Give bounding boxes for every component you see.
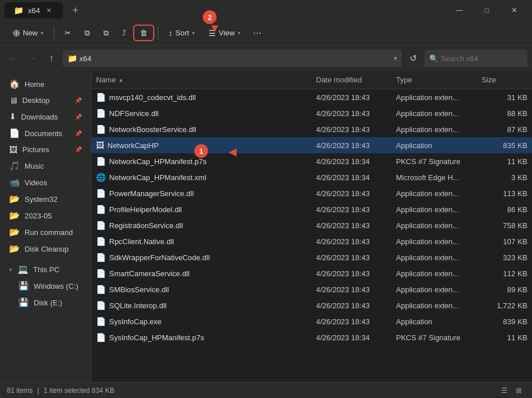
- sort-button[interactable]: ↕ Sort ▾: [163, 26, 201, 41]
- sidebar-item-videos[interactable]: 📹 Videos: [2, 174, 89, 190]
- new-icon: ⊕: [13, 27, 20, 38]
- file-name-cell: 📄 SmartCameraService.dll: [96, 269, 316, 278]
- share-button[interactable]: ⤴: [117, 26, 132, 40]
- table-row[interactable]: 📄 SysInfoCap_HPManifest.p7s 4/26/2023 18…: [91, 329, 532, 345]
- table-row[interactable]: 📄 SQLite.Interop.dll 4/26/2023 18:43 App…: [91, 297, 532, 313]
- file-name-text: SysInfoCap_HPManifest.p7s: [109, 333, 204, 342]
- pin-icon-documents: 📌: [75, 130, 82, 137]
- address-input[interactable]: 📁 x64 ▾: [63, 50, 402, 67]
- statusbar-separator: |: [37, 387, 39, 395]
- maximize-button[interactable]: □: [474, 1, 500, 19]
- col-type-label: Type: [396, 75, 412, 84]
- table-row[interactable]: 📄 RegistrationService.dll 4/26/2023 18:4…: [91, 217, 532, 233]
- file-date-cell: 4/26/2023 18:43: [316, 125, 396, 134]
- sidebar-item-system32-label: System32: [25, 195, 58, 204]
- sidebar-item-desktop[interactable]: 🖥 Desktop 📌: [2, 93, 89, 108]
- sidebar-item-run-command[interactable]: 📂 Run command: [2, 224, 89, 240]
- sidebar-item-2023-05[interactable]: 📂 2023-05: [2, 208, 89, 224]
- sidebar-item-documents-label: Documents: [25, 129, 62, 138]
- table-row[interactable]: 📄 SMBiosService.dll 4/26/2023 18:43 Appl…: [91, 281, 532, 297]
- sidebar-item-downloads[interactable]: ⬇ Downloads 📌: [2, 109, 89, 125]
- close-button[interactable]: ✕: [501, 1, 527, 19]
- sidebar-item-disk-cleanup[interactable]: 📂 Disk Cleanup: [2, 241, 89, 257]
- table-row[interactable]: 🌐 NetworkCap_HPManifest.xml 4/26/2023 18…: [91, 169, 532, 185]
- table-row[interactable]: 📄 ProfileHelperModel.dll 4/26/2023 18:43…: [91, 201, 532, 217]
- address-chevron-icon[interactable]: ▾: [394, 54, 397, 62]
- sidebar: 🏠 Home 🖥 Desktop 📌 ⬇ Downloads 📌 📄 Docum…: [0, 71, 91, 382]
- refresh-button[interactable]: ↺: [405, 50, 421, 66]
- file-type-cell: Application exten...: [396, 301, 482, 310]
- sort-icon: ↕: [169, 29, 173, 38]
- cut-button[interactable]: ✂: [59, 26, 77, 40]
- col-header-type[interactable]: Type: [396, 75, 482, 84]
- file-type-cell: Application exten...: [396, 93, 482, 102]
- active-tab[interactable]: 📁 x64 ✕: [5, 2, 63, 18]
- file-name-cell: 📄 SysInfoCap.exe: [96, 317, 316, 326]
- file-type-cell: Application exten...: [396, 237, 482, 246]
- sidebar-item-disk-e-label: Disk (E:): [34, 298, 62, 307]
- sidebar-item-disk-e[interactable]: 💾 Disk (E:): [2, 294, 89, 311]
- table-row[interactable]: 📄 SysInfoCap.exe 4/26/2023 18:43 Applica…: [91, 313, 532, 329]
- sidebar-item-this-pc[interactable]: ▾ 💻 This PC: [2, 261, 89, 277]
- col-header-name[interactable]: Name ▲: [96, 75, 316, 84]
- documents-icon: 📄: [9, 128, 20, 138]
- file-size-cell: 11 KB: [482, 157, 527, 166]
- sidebar-item-documents[interactable]: 📄 Documents 📌: [2, 125, 89, 141]
- file-type-cell: Application exten...: [396, 221, 482, 230]
- tab-close-button[interactable]: ✕: [45, 6, 54, 15]
- minimize-button[interactable]: —: [446, 1, 473, 19]
- search-box[interactable]: 🔍: [425, 50, 527, 67]
- table-row[interactable]: 📄 NDFService.dll 4/26/2023 18:43 Applica…: [91, 105, 532, 121]
- copy-icon: ⧉: [85, 29, 90, 38]
- table-row[interactable]: 📄 SmartCameraService.dll 4/26/2023 18:43…: [91, 265, 532, 281]
- sidebar-item-pictures[interactable]: 🖼 Pictures 📌: [2, 142, 89, 157]
- sidebar-item-music[interactable]: 🎵 Music: [2, 158, 89, 174]
- table-row[interactable]: 📄 msvcp140_codecvt_ids.dll 4/26/2023 18:…: [91, 89, 532, 105]
- file-type-cell: Application exten...: [396, 253, 482, 262]
- videos-icon: 📹: [9, 177, 20, 188]
- sidebar-item-home[interactable]: 🏠 Home: [2, 76, 89, 92]
- file-size-cell: 112 KB: [482, 269, 527, 278]
- table-row[interactable]: 📄 SdkWrapperForNativeCode.dll 4/26/2023 …: [91, 249, 532, 265]
- forward-button[interactable]: →: [24, 50, 40, 66]
- annotation-bubble-1: 1: [194, 144, 208, 158]
- home-icon: 🏠: [9, 79, 20, 89]
- more-button[interactable]: ···: [249, 24, 266, 42]
- paste-button[interactable]: ⧉: [98, 26, 114, 41]
- view-list-button[interactable]: ☰: [498, 384, 510, 397]
- new-button[interactable]: ⊕ New ▾: [7, 25, 49, 41]
- close-icon: ✕: [511, 6, 517, 14]
- file-icon: 📄: [96, 221, 106, 230]
- file-date-cell: 4/26/2023 18:43: [316, 109, 396, 118]
- view-grid-button[interactable]: ⊞: [513, 384, 525, 397]
- file-icon: 📄: [96, 269, 106, 278]
- sort-label: Sort: [175, 29, 189, 37]
- search-input[interactable]: [441, 54, 515, 63]
- up-button[interactable]: ↑: [43, 50, 59, 66]
- new-label: New: [23, 29, 38, 37]
- table-row[interactable]: 📄 PowerManagerService.dll 4/26/2023 18:4…: [91, 185, 532, 201]
- col-header-date[interactable]: Date modified: [316, 75, 396, 84]
- sidebar-item-windows-c[interactable]: 💾 Windows (C:): [2, 278, 89, 294]
- col-size-label: Size: [482, 75, 496, 84]
- new-chevron-icon: ▾: [41, 30, 43, 36]
- pin-icon-pictures: 📌: [75, 146, 82, 153]
- sidebar-item-disk-cleanup-label: Disk Cleanup: [25, 245, 69, 253]
- add-tab-button[interactable]: +: [67, 2, 83, 18]
- file-size-cell: 3 KB: [482, 173, 527, 182]
- delete-button[interactable]: 🗑: [134, 26, 153, 40]
- view-button[interactable]: ☰ View ▾: [203, 26, 246, 41]
- table-row[interactable]: 📄 NetworkBoosterService.dll 4/26/2023 18…: [91, 121, 532, 137]
- copy-button[interactable]: ⧉: [79, 26, 95, 41]
- table-row[interactable]: 📄 NetworkCap_HPManifest.p7s 4/26/2023 18…: [91, 153, 532, 169]
- col-header-size[interactable]: Size: [482, 75, 527, 84]
- file-type-cell: Application exten...: [396, 125, 482, 134]
- table-row[interactable]: 🖼 NetworkCapHP 4/26/2023 18:43 Applicati…: [91, 137, 532, 153]
- back-button[interactable]: ←: [5, 50, 21, 66]
- file-type-cell: Application exten...: [396, 269, 482, 278]
- table-row[interactable]: 📄 RpcClient.Native.dll 4/26/2023 18:43 A…: [91, 233, 532, 249]
- sidebar-item-system32[interactable]: 📂 System32: [2, 191, 89, 207]
- sidebar-item-downloads-label: Downloads: [21, 113, 58, 121]
- disk-cleanup-icon: 📂: [9, 244, 20, 254]
- file-name-cell: 📄 NDFService.dll: [96, 109, 316, 118]
